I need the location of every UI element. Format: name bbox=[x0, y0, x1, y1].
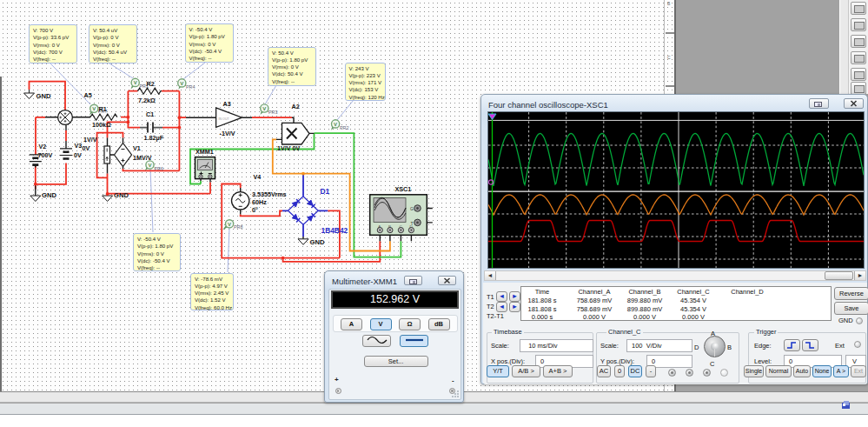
svg-text:0V: 0V bbox=[74, 151, 82, 159]
svg-text:1.82µF: 1.82µF bbox=[144, 134, 164, 142]
svg-text:1V/V 0V: 1V/V 0V bbox=[277, 144, 301, 152]
svg-text:GND: GND bbox=[42, 191, 56, 199]
svg-text:V2: V2 bbox=[39, 143, 47, 150]
svg-text:1V/V: 1V/V bbox=[83, 136, 97, 143]
svg-text:7.2kΩ: 7.2kΩ bbox=[138, 97, 156, 104]
svg-text:GND: GND bbox=[310, 238, 325, 246]
svg-text:-1V/V: -1V/V bbox=[220, 130, 235, 137]
svg-text:V: V bbox=[180, 81, 183, 86]
svg-text:V: V bbox=[228, 222, 231, 227]
svg-text:IN OUT: IN OUT bbox=[219, 117, 230, 121]
svg-text:V: V bbox=[92, 106, 96, 111]
svg-text:R1: R1 bbox=[99, 105, 107, 113]
svg-text:A5: A5 bbox=[84, 91, 92, 99]
svg-text:V: V bbox=[334, 122, 337, 127]
svg-text:PR2: PR2 bbox=[340, 125, 349, 130]
svg-text:3.5355Vrms: 3.5355Vrms bbox=[252, 190, 287, 198]
svg-text:G: G bbox=[410, 206, 414, 211]
svg-text:V: V bbox=[148, 163, 151, 168]
svg-text:PR6: PR6 bbox=[155, 166, 164, 171]
svg-text:60Hz: 60Hz bbox=[252, 198, 267, 206]
svg-text:PR8: PR8 bbox=[234, 224, 243, 230]
svg-text:1MV/V: 1MV/V bbox=[133, 154, 152, 162]
svg-text:R2: R2 bbox=[147, 80, 155, 88]
svg-text:C1: C1 bbox=[146, 110, 154, 118]
svg-text:V: V bbox=[262, 106, 266, 111]
svg-text:GND: GND bbox=[114, 191, 129, 199]
svg-text:V4: V4 bbox=[254, 173, 262, 181]
svg-text:PR3: PR3 bbox=[268, 110, 278, 115]
svg-text:100kΩ: 100kΩ bbox=[92, 121, 111, 129]
svg-text:700V: 700V bbox=[38, 151, 53, 159]
svg-text:A3: A3 bbox=[223, 100, 231, 108]
svg-text:0V: 0V bbox=[83, 144, 90, 152]
svg-text:XMM1: XMM1 bbox=[195, 148, 214, 156]
svg-text:GND: GND bbox=[36, 92, 51, 100]
svg-text:PR4: PR4 bbox=[186, 84, 195, 90]
svg-text:V1: V1 bbox=[133, 144, 141, 152]
svg-text:1B4B42: 1B4B42 bbox=[321, 226, 348, 235]
svg-text:0°: 0° bbox=[252, 206, 258, 214]
svg-text:A2: A2 bbox=[292, 103, 300, 110]
svg-text:XSC1: XSC1 bbox=[395, 185, 412, 193]
svg-text:V: V bbox=[134, 80, 137, 85]
svg-text:V3: V3 bbox=[75, 142, 83, 150]
svg-text:D1: D1 bbox=[321, 187, 330, 196]
